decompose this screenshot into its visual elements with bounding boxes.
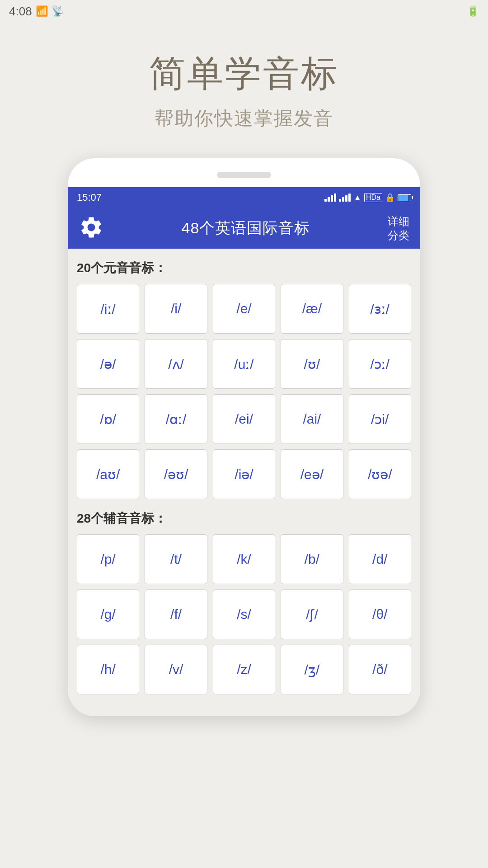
outer-time: 4:08 (9, 5, 32, 19)
consonant-cell-0[interactable]: /p/ (77, 534, 139, 584)
vowel-cell-6[interactable]: /ʌ/ (145, 339, 207, 389)
consonant-cell-2[interactable]: /k/ (213, 534, 275, 584)
app-header: 48个英语国际音标 详细分类 (68, 208, 420, 249)
hd-badge: HDa (364, 193, 382, 202)
consonant-cell-14[interactable]: /ð/ (349, 645, 411, 694)
vowel-cell-0[interactable]: /iː/ (77, 284, 139, 334)
vowel-section-label: 20个元音音标： (77, 259, 411, 277)
outer-status-bar: 4:08 📶 📡 🔋 (0, 0, 488, 23)
vowel-cell-8[interactable]: /ʊ/ (281, 339, 343, 389)
consonant-cell-7[interactable]: /s/ (213, 590, 275, 639)
consonant-cell-1[interactable]: /t/ (145, 534, 207, 584)
bar2b (342, 197, 344, 202)
app-status-icons: ▲ HDa 🔒 (324, 193, 411, 203)
bar1b (339, 199, 341, 202)
vowel-cell-15[interactable]: /aʊ/ (77, 449, 139, 499)
phone-speaker (217, 172, 271, 178)
consonant-cell-3[interactable]: /b/ (281, 534, 343, 584)
vowel-cell-11[interactable]: /ɑː/ (145, 394, 207, 444)
battery-small (398, 194, 411, 201)
bar4b (348, 193, 351, 202)
consonant-section-label: 28个辅音音标： (77, 510, 411, 527)
detail-btn[interactable]: 详细分类 (388, 214, 409, 242)
vowel-cell-16[interactable]: /əʊ/ (145, 449, 207, 499)
bar2 (328, 197, 330, 202)
bar4 (334, 193, 336, 202)
gear-icon (79, 215, 104, 240)
vowel-cell-7[interactable]: /uː/ (213, 339, 275, 389)
consonant-cell-10[interactable]: /h/ (77, 645, 139, 694)
vowel-cell-13[interactable]: /ai/ (281, 394, 343, 444)
vowel-cell-12[interactable]: /ei/ (213, 394, 275, 444)
outer-wifi: 📡 (52, 5, 64, 17)
app-header-title: 48个英语国际音标 (182, 218, 310, 239)
vowel-cell-18[interactable]: /eə/ (281, 449, 343, 499)
main-title: 简单学音标 (149, 50, 339, 99)
phone-mockup: 15:07 ▲ HDa 🔒 (68, 158, 420, 716)
consonant-cell-8[interactable]: /ʃ/ (281, 590, 343, 639)
bar1 (324, 199, 327, 202)
vowel-cell-2[interactable]: /e/ (213, 284, 275, 334)
app-status-bar: 15:07 ▲ HDa 🔒 (68, 187, 420, 208)
outer-status-left: 4:08 📶 📡 (9, 5, 64, 19)
vowel-cell-14[interactable]: /ɔi/ (349, 394, 411, 444)
wifi-icon: ▲ (353, 193, 361, 203)
consonant-grid: /p//t//k//b//d//g//f//s//ʃ//θ//h//v//z//… (77, 534, 411, 694)
lock-icon: 🔒 (385, 193, 395, 203)
vowel-cell-10[interactable]: /ɒ/ (77, 394, 139, 444)
bar3 (331, 195, 333, 202)
vowel-cell-1[interactable]: /i/ (145, 284, 207, 334)
consonant-cell-4[interactable]: /d/ (349, 534, 411, 584)
consonant-cell-6[interactable]: /f/ (145, 590, 207, 639)
outer-signal: 📶 (36, 5, 48, 17)
vowel-cell-19[interactable]: /ʊə/ (349, 449, 411, 499)
consonant-cell-12[interactable]: /z/ (213, 645, 275, 694)
consonant-cell-11[interactable]: /v/ (145, 645, 207, 694)
app-content: 20个元音音标： /iː//i//e//æ//ɜː//ə//ʌ//uː//ʊ//… (68, 249, 420, 716)
outer-battery-icon: 🔋 (467, 5, 479, 17)
vowel-cell-17[interactable]: /iə/ (213, 449, 275, 499)
bar3b (345, 195, 347, 202)
battery-small-fill (398, 195, 408, 201)
signal-bars-1 (324, 193, 336, 202)
vowel-cell-5[interactable]: /ə/ (77, 339, 139, 389)
consonant-cell-13[interactable]: /ʒ/ (281, 645, 343, 694)
vowel-cell-3[interactable]: /æ/ (281, 284, 343, 334)
consonant-cell-5[interactable]: /g/ (77, 590, 139, 639)
title-section: 简单学音标 帮助你快速掌握发音 (149, 50, 339, 131)
vowel-grid: /iː//i//e//æ//ɜː//ə//ʌ//uː//ʊ//ɔː//ɒ//ɑː… (77, 284, 411, 499)
signal-bars-2 (339, 193, 351, 202)
outer-status-right: 🔋 (467, 5, 479, 17)
settings-icon-container[interactable] (79, 215, 104, 242)
app-time: 15:07 (77, 192, 102, 203)
vowel-cell-9[interactable]: /ɔː/ (349, 339, 411, 389)
vowel-cell-4[interactable]: /ɜː/ (349, 284, 411, 334)
consonant-cell-9[interactable]: /θ/ (349, 590, 411, 639)
sub-title: 帮助你快速掌握发音 (149, 106, 339, 131)
